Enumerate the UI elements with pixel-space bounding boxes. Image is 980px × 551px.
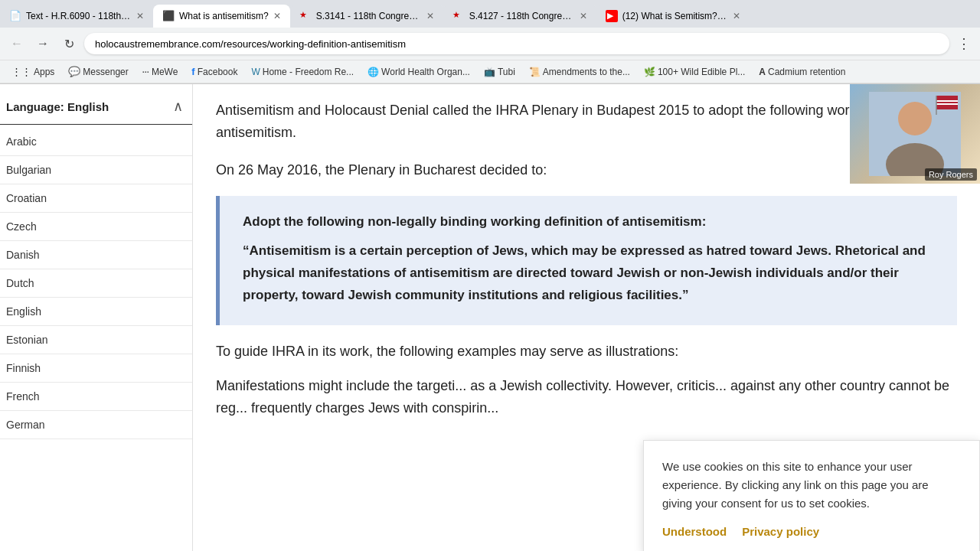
sidebar-item-finnish[interactable]: Finnish: [0, 354, 192, 383]
tab-3-title: S.3141 - 118th Congress (20...: [316, 11, 422, 21]
definition-box: Adopt the following non-legally binding …: [216, 196, 957, 325]
address-bar[interactable]: [84, 33, 949, 54]
sidebar-item-arabic[interactable]: Arabic: [0, 128, 192, 156]
privacy-policy-button[interactable]: Privacy policy: [742, 525, 819, 538]
bookmark-mewe-label: MeWe: [152, 67, 178, 77]
language-sidebar: Language: English ∧ Arabic Bulgarian Cro…: [0, 84, 193, 551]
tab-1-title: Text - H.R.6090 - 118th Con...: [26, 11, 132, 21]
cookie-banner: We use cookies on this site to enhance y…: [643, 440, 980, 551]
tab-1[interactable]: 📄 Text - H.R.6090 - 118th Con... ✕: [0, 5, 153, 28]
tab-4-close[interactable]: ✕: [580, 11, 587, 21]
bookmark-freedom[interactable]: W Home - Freedom Re...: [246, 64, 359, 80]
tab-2[interactable]: ⬛ What is antisemitism? ✕: [153, 5, 290, 28]
bookmark-amendments-label: Amendments to the...: [543, 67, 630, 77]
sidebar-item-danish[interactable]: Danish: [0, 241, 192, 269]
cookie-actions: Understood Privacy policy: [662, 525, 961, 538]
forward-button[interactable]: →: [32, 33, 54, 54]
bookmark-cadmium[interactable]: A Cadmium retention: [753, 64, 851, 80]
bookmark-tubi[interactable]: 📺 Tubi: [479, 64, 521, 80]
tab-bar: 📄 Text - H.R.6090 - 118th Con... ✕ ⬛ Wha…: [0, 0, 980, 28]
sidebar-item-czech[interactable]: Czech: [0, 213, 192, 241]
chevron-up-icon[interactable]: ∧: [173, 98, 183, 115]
sidebar-item-estonian[interactable]: Estonian: [0, 326, 192, 354]
definition-quote: “Antisemitism is a certain perception of…: [243, 240, 934, 307]
bookmarks-bar: ⋮⋮ Apps 💬 Messenger ··· MeWe f Facebook …: [0, 60, 980, 83]
tab-4[interactable]: ★ S.4127 - 118th Congress (20... ✕: [443, 5, 596, 28]
cookie-message: We use cookies on this site to enhance y…: [662, 458, 961, 513]
svg-rect-3: [936, 96, 958, 109]
cadmium-icon: A: [759, 67, 766, 77]
amendments-icon: 📜: [529, 67, 541, 77]
tab-3[interactable]: ★ S.3141 - 118th Congress (20... ✕: [290, 5, 443, 28]
extensions-icon[interactable]: ⋮: [954, 32, 974, 55]
definition-title: Adopt the following non-legally binding …: [243, 214, 934, 230]
tab-3-close[interactable]: ✕: [426, 11, 434, 21]
reload-button[interactable]: ↻: [58, 33, 80, 54]
page-content: Language: English ∧ Arabic Bulgarian Cro…: [0, 84, 980, 551]
illustrations-text: To guide IHRA in its work, the following…: [216, 341, 957, 363]
tab-4-title: S.4127 - 118th Congress (20...: [469, 11, 575, 21]
plenary-text: On 26 May 2016, the Plenary in Bucharest…: [216, 159, 957, 181]
svg-rect-4: [936, 100, 958, 102]
bookmark-apps-label: Apps: [34, 67, 54, 77]
video-person-label: Roy Rogers: [925, 168, 977, 181]
bookmark-messenger[interactable]: 💬 Messenger: [63, 64, 133, 80]
svg-rect-5: [936, 103, 958, 105]
bookmark-facebook[interactable]: f Facebook: [186, 64, 243, 80]
bookmark-mewe[interactable]: ··· MeWe: [137, 64, 184, 80]
intro-text: Antisemitism and Holocaust Denial called…: [216, 99, 957, 144]
toolbar: ← → ↻ ⋮: [0, 28, 980, 60]
facebook-icon: f: [191, 66, 194, 77]
apps-icon: ⋮⋮: [11, 66, 31, 77]
tab-1-close[interactable]: ✕: [136, 11, 144, 21]
messenger-icon: 💬: [68, 66, 80, 77]
sidebar-item-croatian[interactable]: Croatian: [0, 184, 192, 213]
bookmark-facebook-label: Facebook: [198, 67, 238, 77]
bookmark-freedom-label: Home - Freedom Re...: [263, 67, 354, 77]
mewe-icon: ···: [142, 67, 149, 77]
person-svg: [869, 92, 961, 176]
tab-2-favicon: ⬛: [162, 10, 175, 22]
tab-5-close[interactable]: ✕: [733, 11, 740, 21]
wild-edible-icon: 🌿: [644, 67, 655, 77]
video-overlay: Roy Rogers: [850, 84, 980, 184]
tab-3-favicon: ★: [299, 10, 312, 22]
svg-point-1: [898, 102, 932, 135]
language-selector-label: Language: English: [6, 100, 109, 113]
back-button[interactable]: ←: [6, 33, 28, 54]
who-icon: 🌐: [368, 67, 379, 77]
bookmark-messenger-label: Messenger: [83, 67, 128, 77]
sidebar-item-french[interactable]: French: [0, 383, 192, 411]
bookmark-cadmium-label: Cadmium retention: [768, 67, 845, 77]
tab-5-title: (12) What is Semitism? Wh...: [622, 11, 728, 21]
language-header[interactable]: Language: English ∧: [0, 92, 192, 125]
tab-4-favicon: ★: [452, 10, 465, 22]
tab-2-title: What is antisemitism?: [179, 11, 269, 21]
bookmark-apps[interactable]: ⋮⋮ Apps: [6, 64, 60, 80]
tubi-icon: 📺: [484, 67, 495, 77]
bookmark-tubi-label: Tubi: [498, 67, 515, 77]
browser-chrome: 📄 Text - H.R.6090 - 118th Con... ✕ ⬛ Wha…: [0, 0, 980, 84]
tab-5-favicon: ▶: [606, 10, 618, 22]
sidebar-item-dutch[interactable]: Dutch: [0, 269, 192, 298]
bookmark-wild-edible[interactable]: 🌿 100+ Wild Edible Pl...: [639, 64, 750, 80]
bookmark-amendments[interactable]: 📜 Amendments to the...: [524, 64, 635, 80]
manifestations-text: Manifestations might include the targeti…: [216, 375, 957, 419]
wordpress-icon: W: [251, 67, 260, 77]
bookmark-wild-edible-label: 100+ Wild Edible Pl...: [658, 67, 745, 77]
sidebar-item-german[interactable]: German: [0, 411, 192, 439]
understood-button[interactable]: Understood: [662, 525, 727, 538]
tab-5[interactable]: ▶ (12) What is Semitism? Wh... ✕: [596, 5, 750, 28]
sidebar-item-bulgarian[interactable]: Bulgarian: [0, 156, 192, 184]
tab-2-close[interactable]: ✕: [273, 11, 281, 21]
bookmark-who[interactable]: 🌐 World Health Organ...: [362, 64, 475, 80]
bookmark-who-label: World Health Organ...: [381, 67, 470, 77]
tab-1-favicon: 📄: [9, 10, 21, 22]
sidebar-item-english[interactable]: English: [0, 298, 192, 326]
